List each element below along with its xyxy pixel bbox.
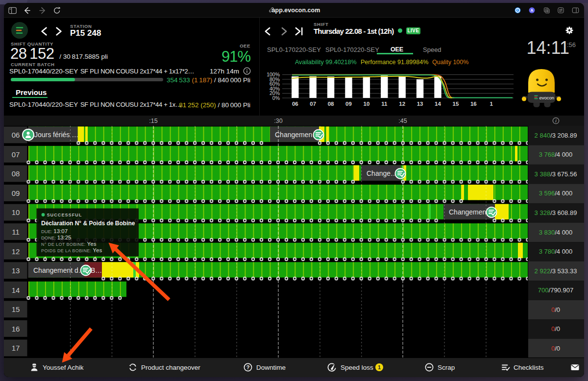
svg-text:16: 16 — [470, 101, 477, 107]
svg-text:3 596/4 000: 3 596/4 000 — [539, 190, 573, 197]
svg-text:07: 07 — [310, 101, 316, 107]
svg-text:evocon: evocon — [539, 95, 555, 100]
svg-text:10: 10 — [12, 208, 20, 216]
svg-text:Change…: Change… — [367, 169, 397, 177]
svg-text:3 830/4 000: 3 830/4 000 — [539, 229, 573, 236]
svg-text:08: 08 — [12, 169, 20, 178]
svg-text:11: 11 — [12, 228, 20, 236]
svg-text:2 840/3 208.89: 2 840/3 208.89 — [535, 132, 577, 139]
svg-text:06: 06 — [292, 101, 298, 107]
svg-text:B…: B… — [91, 266, 102, 274]
svg-text:08: 08 — [328, 101, 334, 107]
svg-text:09: 09 — [12, 189, 20, 197]
svg-text:14: 14 — [435, 101, 441, 107]
svg-text:09: 09 — [345, 101, 352, 107]
svg-text::45: :45 — [398, 118, 407, 124]
svg-text:12: 12 — [12, 247, 20, 256]
svg-text:Changemen…: Changemen… — [275, 131, 319, 139]
svg-text:3 768/4 000: 3 768/4 000 — [539, 151, 573, 158]
svg-text:Déclaration N° & Poids de Bobi: Déclaration N° & Poids de Bobine — [41, 220, 135, 227]
svg-text::15: :15 — [149, 118, 157, 124]
svg-text:3 780/4 000: 3 780/4 000 — [539, 248, 573, 255]
svg-text:0/0: 0/0 — [551, 306, 560, 313]
svg-text:0/0: 0/0 — [551, 345, 560, 352]
svg-text:15: 15 — [12, 305, 20, 313]
svg-text:1: 1 — [490, 101, 493, 107]
svg-text:SUCCESSFUL: SUCCESSFUL — [47, 213, 82, 217]
svg-text:3 328/3 608.89: 3 328/3 608.89 — [535, 209, 577, 216]
svg-text:Changement d…: Changement d… — [33, 266, 85, 274]
svg-text:100%: 100% — [267, 71, 280, 77]
svg-text:13: 13 — [417, 101, 423, 107]
svg-text:N° DE LOT BOBINE: Yes: N° DE LOT BOBINE: Yes — [41, 241, 97, 247]
svg-text:12: 12 — [399, 101, 405, 107]
svg-text:Jours fériés …: Jours fériés … — [34, 131, 78, 139]
svg-text:700/790.907: 700/790.907 — [538, 286, 573, 294]
svg-text:2 922/3 533.33: 2 922/3 533.33 — [535, 267, 577, 275]
svg-text:07: 07 — [12, 150, 20, 159]
svg-text:15: 15 — [453, 101, 459, 107]
svg-text:DUE: 13:07: DUE: 13:07 — [41, 228, 68, 234]
svg-text:3 388/3 675.56: 3 388/3 675.56 — [535, 170, 577, 178]
svg-text::30: :30 — [274, 118, 282, 124]
svg-text:POIDS DE LA BOBINE: Yes: POIDS DE LA BOBINE: Yes — [41, 247, 102, 253]
svg-text:06: 06 — [12, 131, 20, 139]
svg-text:11: 11 — [381, 101, 388, 107]
svg-text:0/0: 0/0 — [551, 325, 560, 333]
svg-text:10: 10 — [364, 101, 370, 107]
svg-text:Changement: Changement — [449, 208, 488, 216]
svg-text:?: ? — [246, 364, 250, 370]
svg-text:13: 13 — [12, 266, 20, 275]
svg-text:17: 17 — [12, 344, 20, 352]
svg-text:DONE: 13:25: DONE: 13:25 — [41, 235, 72, 240]
svg-text:14: 14 — [12, 286, 20, 294]
svg-text:16: 16 — [12, 325, 20, 333]
